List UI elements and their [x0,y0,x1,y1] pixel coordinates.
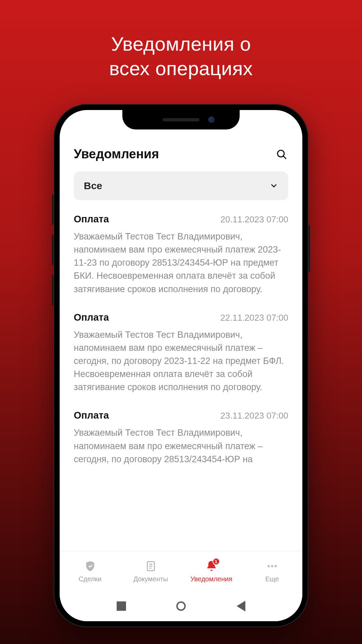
notification-body: Уважаемый Тестов Тест Владимирович, напо… [74,230,288,296]
notification-list[interactable]: Оплата 20.11.2023 07:00 Уважаемый Тестов… [60,214,302,551]
search-icon [276,149,287,160]
notification-title: Оплата [74,312,109,323]
tab-deals[interactable]: Сделки [60,559,120,583]
page-title: Уведомления [74,147,159,161]
more-icon [265,559,279,573]
android-nav-bar [60,591,302,621]
notification-date: 22.11.2023 07:00 [221,313,288,323]
notification-title: Оплата [74,410,109,421]
chevron-down-icon [269,181,278,190]
hero-title: Уведомления о всех операциях [0,0,362,80]
hero-line1: Уведомления о [0,32,362,56]
tab-label: Документы [133,575,168,583]
svg-point-8 [275,565,277,568]
svg-point-6 [267,565,270,568]
filter-label: Все [84,180,102,192]
search-button[interactable] [275,148,288,161]
bell-icon: 1 [204,559,219,573]
phone-notch [122,110,240,129]
notification-date: 20.11.2023 07:00 [221,214,288,225]
filter-dropdown[interactable]: Все [74,171,288,200]
android-home-button[interactable] [176,601,186,611]
phone-frame: Уведомления Все Оплата [54,104,308,627]
app-content: Уведомления Все Оплата [60,110,302,621]
document-icon [144,559,158,573]
notification-item[interactable]: Оплата 20.11.2023 07:00 Уважаемый Тестов… [74,214,288,296]
speaker-grille [163,118,199,121]
notification-body: Уважаемый Тестов Тест Владимирович, напо… [74,426,288,466]
notification-date: 23.11.2023 07:00 [221,411,288,421]
notification-badge: 1 [213,558,220,565]
tab-more[interactable]: Еще [242,559,302,583]
notification-body: Уважаемый Тестов Тест Владимирович, напо… [74,328,288,394]
android-overview-button[interactable] [117,601,126,611]
svg-line-1 [284,156,286,158]
shield-check-icon [83,559,97,573]
app-header: Уведомления [60,140,302,171]
tab-label: Сделки [78,575,101,583]
tab-notifications[interactable]: 1 Уведомления [181,559,242,583]
tab-documents[interactable]: Документы [120,559,181,583]
tab-label: Уведомления [190,575,232,583]
svg-point-7 [271,565,273,568]
hero-line2: всех операциях [0,56,362,81]
phone-screen: Уведомления Все Оплата [60,110,302,621]
notification-item[interactable]: Оплата 22.11.2023 07:00 Уважаемый Тестов… [74,312,288,394]
tab-bar: Сделки Документы 1 Уведомления [60,551,302,591]
tab-label: Еще [265,575,279,583]
notification-item[interactable]: Оплата 23.11.2023 07:00 Уважаемый Тестов… [74,410,288,466]
android-back-button[interactable] [236,601,245,611]
notification-title: Оплата [74,214,109,225]
front-camera [208,117,215,123]
